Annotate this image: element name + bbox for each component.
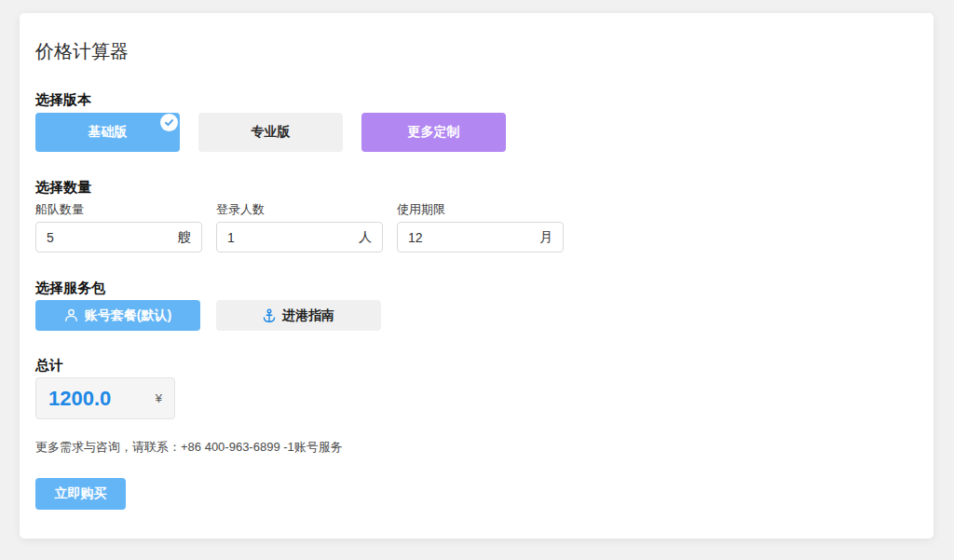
selected-check-icon	[160, 114, 178, 131]
service-section-heading: 选择服务包	[35, 280, 918, 294]
usage-period-input-wrap: 月	[397, 222, 564, 253]
total-box: 1200.0 ¥	[35, 377, 175, 419]
version-option-label: 更多定制	[408, 124, 460, 141]
usage-period-field: 使用期限 月	[397, 203, 564, 253]
service-option-port-guide[interactable]: 进港指南	[216, 300, 381, 331]
version-option-basic[interactable]: 基础版	[35, 113, 180, 152]
total-section-heading: 总计	[35, 358, 918, 372]
service-option-label: 进港指南	[282, 307, 334, 324]
quantity-section-heading: 选择数量	[35, 180, 918, 194]
total-value: 1200.0	[48, 387, 111, 411]
version-option-pro[interactable]: 专业版	[198, 113, 343, 152]
login-users-input[interactable]	[227, 230, 359, 245]
usage-period-input[interactable]	[408, 230, 539, 245]
usage-period-label: 使用期限	[397, 203, 564, 215]
version-options-row: 基础版 专业版 更多定制	[35, 113, 918, 152]
service-options-row: 账号套餐(默认) 进港指南	[35, 300, 918, 331]
service-option-account[interactable]: 账号套餐(默认)	[35, 300, 200, 331]
anchor-icon	[263, 308, 276, 323]
fleet-quantity-label: 船队数量	[35, 203, 202, 215]
page-title: 价格计算器	[35, 42, 918, 61]
login-users-unit: 人	[359, 229, 372, 246]
usage-period-unit: 月	[539, 229, 552, 246]
login-users-field: 登录人数 人	[216, 203, 383, 253]
contact-text: 更多需求与咨询，请联系：+86 400-963-6899 -1账号服务	[35, 441, 918, 454]
login-users-label: 登录人数	[216, 203, 383, 215]
version-option-label: 基础版	[89, 124, 128, 141]
buy-now-button[interactable]: 立即购买	[35, 478, 126, 510]
fleet-quantity-input-wrap: 艘	[35, 222, 202, 253]
version-option-label: 专业版	[252, 124, 291, 141]
service-option-label: 账号套餐(默认)	[85, 307, 171, 324]
fleet-quantity-unit: 艘	[178, 229, 191, 246]
quantity-fields-row: 船队数量 艘 登录人数 人 使用期限 月	[35, 203, 918, 253]
version-section-heading: 选择版本	[35, 92, 918, 106]
fleet-quantity-input[interactable]	[47, 230, 178, 245]
currency-symbol: ¥	[156, 391, 162, 405]
price-calculator-card: 价格计算器 选择版本 基础版 专业版 更多定制 选择数量 船队数量 艘	[20, 13, 934, 539]
fleet-quantity-field: 船队数量 艘	[35, 203, 202, 253]
person-icon	[64, 308, 78, 322]
version-option-custom[interactable]: 更多定制	[361, 113, 506, 152]
login-users-input-wrap: 人	[216, 222, 383, 253]
